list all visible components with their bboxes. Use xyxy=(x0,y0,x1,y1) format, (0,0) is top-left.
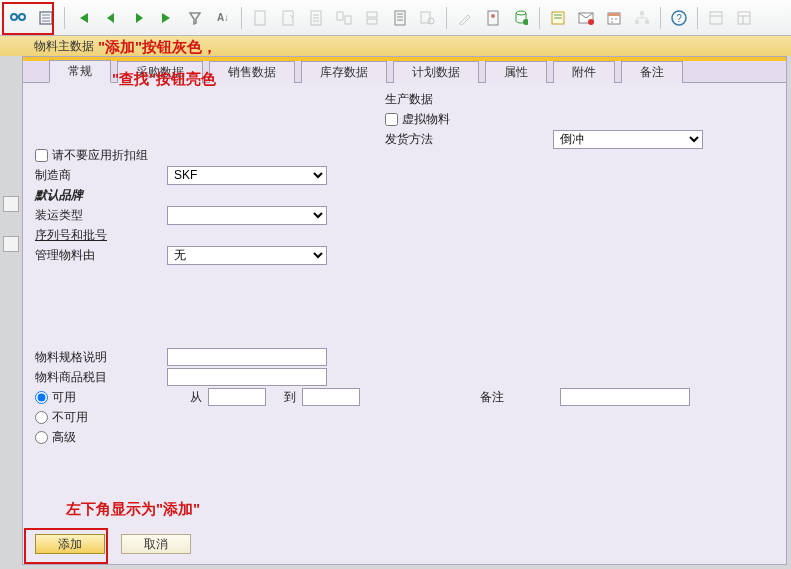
first-icon[interactable] xyxy=(71,6,95,30)
relate-icon[interactable] xyxy=(332,6,356,30)
to-input[interactable] xyxy=(302,388,360,406)
available-label: 可用 xyxy=(52,389,166,406)
svg-rect-22 xyxy=(640,11,644,15)
spec-desc-input[interactable] xyxy=(167,348,327,366)
separator xyxy=(64,7,65,29)
button-bar: 添加 取消 xyxy=(23,530,786,558)
svg-point-15 xyxy=(516,11,526,15)
remark-input[interactable] xyxy=(560,388,690,406)
unavailable-label: 不可用 xyxy=(52,409,88,426)
svg-text:?: ? xyxy=(676,13,682,24)
ship-type-select[interactable] xyxy=(167,206,327,225)
advanced-radio[interactable] xyxy=(35,431,48,444)
tab-bar: 常规 采购数据 销售数据 库存数据 计划数据 属性 附件 备注 xyxy=(23,61,786,83)
svg-rect-10 xyxy=(395,11,405,25)
separator xyxy=(539,7,540,29)
to-label: 到 xyxy=(266,389,302,406)
svg-rect-24 xyxy=(645,20,649,24)
db-icon[interactable] xyxy=(509,6,533,30)
main-toolbar: A↓ ? xyxy=(0,0,791,36)
tab-content: 生产数据 虚拟物料 发货方法 倒冲 请不要应用折扣组 制造商 SKF xyxy=(23,83,786,524)
no-discount-label: 请不要应用折扣组 xyxy=(52,147,148,164)
svg-rect-3 xyxy=(255,11,265,25)
doc2-icon[interactable] xyxy=(276,6,300,30)
help-icon[interactable]: ? xyxy=(667,6,691,30)
svg-rect-9 xyxy=(367,19,377,24)
tab-plan[interactable]: 计划数据 xyxy=(393,61,479,83)
filter-icon[interactable] xyxy=(183,6,207,30)
virtual-checkbox[interactable] xyxy=(385,113,398,126)
remark-label: 备注 xyxy=(480,389,560,406)
form-icon[interactable] xyxy=(388,6,412,30)
prev-icon[interactable] xyxy=(99,6,123,30)
svg-rect-11 xyxy=(421,12,430,23)
edit-icon[interactable] xyxy=(453,6,477,30)
tab-purchase[interactable]: 采购数据 xyxy=(117,61,203,83)
svg-rect-6 xyxy=(337,12,343,20)
svg-rect-8 xyxy=(367,12,377,17)
add-button[interactable]: 添加 xyxy=(35,534,105,554)
svg-rect-21 xyxy=(608,13,620,16)
default-brand-label: 默认品牌 xyxy=(35,187,167,204)
svg-point-1 xyxy=(19,14,25,20)
tab-attr[interactable]: 属性 xyxy=(485,61,547,83)
svg-point-0 xyxy=(11,14,17,20)
mail-icon[interactable] xyxy=(574,6,598,30)
svg-rect-4 xyxy=(283,11,293,25)
note-icon[interactable] xyxy=(546,6,570,30)
layout2-icon[interactable] xyxy=(732,6,756,30)
calc-icon[interactable] xyxy=(304,6,328,30)
separator xyxy=(697,7,698,29)
layout1-icon[interactable] xyxy=(704,6,728,30)
tab-general[interactable]: 常规 xyxy=(49,60,111,83)
tab-sales[interactable]: 销售数据 xyxy=(209,61,295,83)
tree-icon[interactable] xyxy=(360,6,384,30)
manage-by-select[interactable]: 无 xyxy=(167,246,327,265)
window-title-bar: 物料主数据 xyxy=(0,36,791,56)
list-icon[interactable] xyxy=(34,6,58,30)
sort-az-icon[interactable]: A↓ xyxy=(211,6,235,30)
svg-rect-28 xyxy=(738,12,750,24)
left-gutter xyxy=(0,56,22,565)
separator xyxy=(241,7,242,29)
separator xyxy=(446,7,447,29)
doc1-icon[interactable] xyxy=(248,6,272,30)
spec-desc-label: 物料规格说明 xyxy=(35,349,167,366)
manufacturer-label: 制造商 xyxy=(35,167,167,184)
svg-point-14 xyxy=(491,14,495,18)
svg-rect-7 xyxy=(345,16,351,24)
advanced-label: 高级 xyxy=(52,429,76,446)
from-label: 从 xyxy=(166,389,208,406)
next-icon[interactable] xyxy=(127,6,151,30)
cancel-button[interactable]: 取消 xyxy=(121,534,191,554)
tariff-input[interactable] xyxy=(167,368,327,386)
unavailable-radio[interactable] xyxy=(35,411,48,424)
window-body: 常规 采购数据 销售数据 库存数据 计划数据 属性 附件 备注 生产数据 虚拟物… xyxy=(22,56,787,565)
find-icon[interactable] xyxy=(6,6,30,30)
tab-attach[interactable]: 附件 xyxy=(553,61,615,83)
svg-rect-23 xyxy=(635,20,639,24)
svg-point-19 xyxy=(588,19,594,25)
tab-remark[interactable]: 备注 xyxy=(621,61,683,83)
window-title: 物料主数据 xyxy=(34,38,94,55)
last-icon[interactable] xyxy=(155,6,179,30)
ship-type-label: 装运类型 xyxy=(35,207,167,224)
no-discount-checkbox[interactable] xyxy=(35,149,48,162)
svg-point-16 xyxy=(523,19,528,25)
org-icon[interactable] xyxy=(630,6,654,30)
tariff-label: 物料商品税目 xyxy=(35,369,167,386)
serial-batch-label: 序列号和批号 xyxy=(35,227,167,244)
calendar-icon[interactable] xyxy=(602,6,626,30)
svg-rect-27 xyxy=(710,12,722,24)
available-radio[interactable] xyxy=(35,391,48,404)
separator xyxy=(660,7,661,29)
virtual-label: 虚拟物料 xyxy=(402,111,450,128)
tools-icon[interactable] xyxy=(481,6,505,30)
manage-by-label: 管理物料由 xyxy=(35,247,167,264)
from-input[interactable] xyxy=(208,388,266,406)
prod-data-label: 生产数据 xyxy=(385,91,433,108)
manufacturer-select[interactable]: SKF xyxy=(167,166,327,185)
svg-point-12 xyxy=(428,18,434,24)
tab-inventory[interactable]: 库存数据 xyxy=(301,61,387,83)
search-icon[interactable] xyxy=(416,6,440,30)
